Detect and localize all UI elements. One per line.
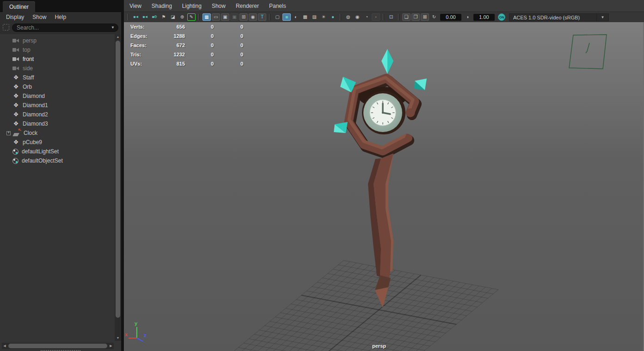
shadows-icon[interactable]: ● (329, 13, 337, 21)
outliner-menubar: DisplayShowHelp (0, 12, 121, 22)
gamma-field[interactable] (473, 14, 495, 21)
scroll-right-icon[interactable]: ▶ (108, 343, 114, 349)
outliner-item-pcube9[interactable]: pCube9 (0, 138, 115, 147)
outliner-item-diamond3[interactable]: Diamond3 (0, 119, 115, 128)
outliner-item-side[interactable]: side (0, 64, 115, 73)
outliner-item-diamond[interactable]: Diamond (0, 91, 115, 101)
scroll-down-icon[interactable]: ▼ (115, 335, 121, 341)
outliner-item-defaultobjectset[interactable]: defaultObjectSet (0, 156, 115, 165)
scroll-up-icon[interactable]: ▲ (115, 34, 121, 40)
view-transform-select[interactable]: ACES 1.0 SDR-video (sRGB) (509, 13, 597, 21)
item-icon (12, 149, 18, 155)
film-gate-icon[interactable]: ▭ (212, 13, 220, 21)
joints-xray-icon[interactable]: ⊠ (421, 13, 429, 21)
outliner-tabbar: Outliner (0, 0, 121, 12)
toolbar-separator[interactable] (198, 14, 200, 20)
gamma-icon[interactable]: ◑ (463, 13, 472, 21)
item-label: top (23, 47, 31, 53)
expand-toggle-icon[interactable] (6, 131, 11, 135)
toolbar-separator[interactable] (340, 14, 341, 20)
exposure-icon[interactable]: ↻ (430, 13, 438, 21)
bookmark-icon[interactable]: ⚑ (159, 13, 168, 21)
horizontal-scroll-thumb[interactable] (8, 344, 107, 348)
use-default-material-icon[interactable]: ◐ (292, 13, 300, 21)
color-management-toggle[interactable]: ON (498, 13, 505, 21)
field-chart-icon[interactable]: ⊞ (239, 13, 248, 21)
gate-mask-icon[interactable]: ▣ (230, 13, 239, 21)
toolbar-separator[interactable] (383, 14, 384, 20)
outliner-item-diamond1[interactable]: Diamond1 (0, 101, 115, 110)
outliner-horizontal-scrollbar[interactable]: ◀ ▶ (2, 343, 114, 349)
outliner-item-staff[interactable]: Staff (0, 73, 115, 82)
outliner-menu-show[interactable]: Show (28, 14, 50, 20)
tab-outliner[interactable]: Outliner (3, 1, 35, 12)
toolbar-separator[interactable] (398, 14, 399, 20)
resolution-gate-icon[interactable]: ▣ (221, 13, 229, 21)
item-label: Orb (23, 84, 32, 90)
vertical-scroll-thumb[interactable] (116, 41, 120, 318)
image-plane-icon[interactable]: ◪ (169, 13, 177, 21)
camera-attributes-icon[interactable]: ■⚙ (150, 13, 159, 21)
outliner-item-uvs:: UVs: 815 0 0 (130, 59, 243, 68)
wireframe-icon[interactable]: ▢ (273, 13, 282, 21)
exposure-field[interactable] (440, 14, 461, 21)
viewport-menu-view[interactable]: View (124, 3, 147, 9)
transparency-icon[interactable]: ▨ (310, 13, 319, 21)
grid-toggle-icon[interactable]: ▦ (202, 13, 211, 21)
textured-icon[interactable]: ▩ (301, 13, 309, 21)
staff-model[interactable]: y x z (124, 22, 643, 351)
item-label: front (23, 56, 34, 62)
outliner-item-front[interactable]: front (0, 54, 115, 64)
camera-name-label: persp (372, 343, 386, 349)
search-input[interactable] (12, 24, 118, 32)
viewport-menu-renderer[interactable]: Renderer (231, 3, 264, 9)
outliner-item-diamond2[interactable]: Diamond2 (0, 110, 115, 119)
item-icon (12, 121, 19, 127)
wireframe-plane-object (569, 35, 607, 69)
outliner-item-orb[interactable]: Orb (0, 82, 115, 91)
multisample-icon[interactable]: ▪ (372, 13, 380, 21)
viewport-menu-show[interactable]: Show (207, 3, 231, 9)
xray-icon[interactable]: ❏ (402, 13, 411, 21)
search-dropdown-icon[interactable]: ▼ (111, 25, 115, 30)
viewport-toolbar: ■◄■◄■⚙⚑◪⊕✎▦▭▣▣⊞◉T▢■◐▩▨☀●◍◉◔▪⊡❏❐⊠ ↻ ◑ ON … (124, 12, 644, 22)
smooth-shade-icon[interactable]: ■ (282, 13, 291, 21)
motion-blur-icon[interactable]: ◉ (353, 13, 362, 21)
outliner-item-verts:: Verts: 656 0 0 (130, 22, 243, 31)
outliner-item-tris:: Tris: 1232 0 0 (130, 50, 243, 59)
anti-alias-icon[interactable]: ◔ (362, 13, 371, 21)
safe-title-icon[interactable]: T (258, 13, 266, 21)
toolbar-handle[interactable] (128, 14, 129, 20)
filter-icon[interactable] (3, 24, 9, 30)
svg-text:x: x (125, 332, 128, 337)
outliner-vertical-scrollbar[interactable]: ▲ ▼ (115, 34, 121, 341)
outliner-menu-display[interactable]: Display (2, 14, 28, 20)
blue-pencil-icon[interactable]: ✎ (187, 13, 196, 21)
outliner-item-clock[interactable]: Clock (0, 128, 115, 138)
select-camera-icon[interactable]: ■◄ (132, 13, 140, 21)
outliner-menu-help[interactable]: Help (50, 14, 70, 20)
viewport-panel: ViewShadingLightingShowRendererPanels ■◄… (124, 0, 644, 351)
outliner-item-edges:: Edges: 1288 0 0 (130, 31, 243, 41)
viewport-menu-shading[interactable]: Shading (147, 3, 177, 9)
toolbar-handle[interactable] (269, 14, 270, 20)
maya-window: Outliner DisplayShowHelp ▼ persp (0, 0, 644, 351)
item-label: defaultLightSet (22, 148, 59, 155)
outliner-item-persp[interactable]: persp (0, 36, 115, 45)
viewport-menu-panels[interactable]: Panels (264, 3, 291, 9)
lights-icon[interactable]: ☀ (319, 13, 328, 21)
xray-active-icon[interactable]: ❐ (411, 13, 420, 21)
item-label: pCube9 (23, 139, 42, 145)
scroll-left-icon[interactable]: ◀ (2, 343, 7, 349)
lock-camera-icon[interactable]: ■◄ (141, 13, 149, 21)
outliner-item-defaultlightset[interactable]: defaultLightSet (0, 147, 115, 156)
isolate-select-icon[interactable]: ⊡ (387, 13, 395, 21)
pan-zoom-icon[interactable]: ⊕ (178, 13, 186, 21)
viewport-menu-lighting[interactable]: Lighting (177, 3, 207, 9)
ssao-icon[interactable]: ◍ (344, 13, 352, 21)
safe-action-icon[interactable]: ◉ (249, 13, 257, 21)
staff-shaft (368, 153, 393, 308)
outliner-item-top[interactable]: top (0, 45, 115, 54)
view-transform-dropdown-icon[interactable]: ▼ (597, 13, 609, 21)
viewport-canvas[interactable]: y x z Verts: 656 0 0 Edges: (124, 22, 644, 351)
